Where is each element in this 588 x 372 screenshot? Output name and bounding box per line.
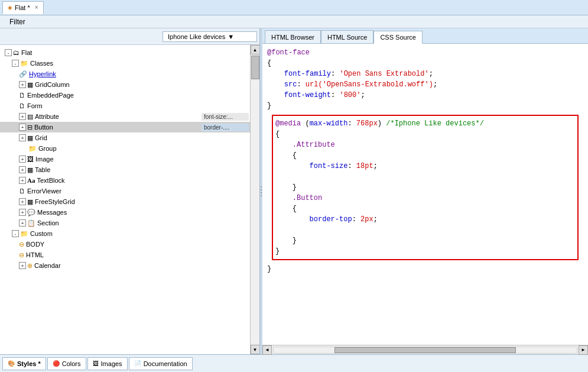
styles-tab-label: Styles * <box>17 360 41 367</box>
errorviewer-icon: 🗋 <box>19 187 25 195</box>
tab-html-source[interactable]: HTML Source <box>321 30 373 43</box>
code-above-box: @font-face { font-family: 'Open Sans Ext… <box>267 47 583 111</box>
tab-html-browser[interactable]: HTML Browser <box>265 30 321 43</box>
tab-label: Flat * <box>15 4 30 11</box>
scroll-up-btn[interactable]: ▲ <box>251 45 260 54</box>
tree-item-group[interactable]: 📁 Group <box>0 143 250 154</box>
gridcolumn-icon: ▦ <box>27 81 33 89</box>
vertical-scrollbar[interactable]: ▲ ▼ <box>250 45 259 354</box>
hscroll-track[interactable] <box>273 347 577 354</box>
tree-item-custom[interactable]: - 📁 Custom <box>0 228 250 239</box>
scroll-left-btn[interactable]: ◄ <box>262 345 272 355</box>
tab-css-source[interactable]: CSS Source <box>373 31 423 44</box>
tree-label-body: BODY <box>26 241 250 248</box>
device-dropdown[interactable]: Iphone Like devices ▼ <box>163 31 257 42</box>
colors-tab-label: Colors <box>62 360 81 367</box>
menu-filter[interactable]: Filter <box>5 17 30 27</box>
expand-button[interactable]: + <box>19 124 26 131</box>
flat-folder-icon: 🗂 <box>13 49 20 56</box>
tree-item-calendar[interactable]: + ⊕ Calendar <box>0 260 250 271</box>
left-header: Iphone Like devices ▼ <box>0 28 259 45</box>
tree-label-group: Group <box>38 145 250 152</box>
tab-close-button[interactable]: × <box>35 4 38 11</box>
expand-image[interactable]: + <box>19 156 26 163</box>
tree-label-gridcolumn: GridColumn <box>35 81 250 88</box>
tree-item-gridcolumn[interactable]: + ▦ GridColumn <box>0 79 250 90</box>
horizontal-scrollbar[interactable]: ◄ ► <box>262 345 588 354</box>
tree-label-section: Section <box>37 219 250 227</box>
tree-label-button: Button <box>34 124 202 131</box>
tree-label-html: HTML <box>26 251 250 258</box>
tree-item-flat[interactable]: - 🗂 Flat <box>0 47 250 58</box>
expand-flat[interactable]: - <box>5 49 12 56</box>
tree-item-body[interactable]: ⊖ BODY <box>0 239 250 250</box>
tab-icon: ◈ <box>8 4 12 11</box>
scroll-right-btn[interactable]: ► <box>579 345 588 355</box>
tree-item-hyperlink[interactable]: 🔗 Hyperlink <box>0 69 250 79</box>
scroll-thumb[interactable] <box>251 56 259 79</box>
css-source-tab-label: CSS Source <box>380 34 416 41</box>
tree-item-textblock[interactable]: + Aa TextBlock <box>0 175 250 186</box>
styles-tab-icon: 🎨 <box>8 360 15 367</box>
tree-item-attribute[interactable]: + ▤ Attribute font-size:... <box>0 111 250 122</box>
scroll-down-btn[interactable]: ▼ <box>251 345 260 354</box>
attribute-value: font-size:... <box>202 113 249 121</box>
tree-item-table[interactable]: + ▦ Table <box>0 164 250 175</box>
tree-item-section[interactable]: + 📋 Section <box>0 218 250 228</box>
bottom-tab-styles[interactable]: 🎨 Styles * <box>2 357 46 370</box>
bottom-tab-images[interactable]: 🖼 Images <box>87 357 128 370</box>
tabs-header: HTML Browser HTML Source CSS Source <box>262 28 588 44</box>
tree-label-grid: Grid <box>35 134 250 141</box>
tree-item-errorviewer[interactable]: 🗋 ErrorViewer <box>0 186 250 196</box>
device-dropdown-label: Iphone Like devices <box>168 33 225 40</box>
chevron-down-icon: ▼ <box>228 33 234 40</box>
table-icon: ▦ <box>27 166 33 174</box>
attribute-icon: ▤ <box>27 113 33 121</box>
expand-textblock[interactable]: + <box>19 177 26 184</box>
calendar-icon: ⊕ <box>27 262 33 270</box>
tree-label-embeddedpage: EmbeddedPage <box>27 92 250 99</box>
form-icon: 🗋 <box>19 102 25 109</box>
expand-section[interactable]: + <box>19 219 26 227</box>
tree-item-embeddedpage[interactable]: 🗋 EmbeddedPage <box>0 90 250 101</box>
tree-item-grid[interactable]: + ▦ Grid <box>0 132 250 143</box>
tree-item-messages[interactable]: + 💬 Messages <box>0 207 250 218</box>
freestylegrid-icon: ▦ <box>27 198 33 206</box>
classes-folder-icon: 📁 <box>20 60 28 67</box>
tree-item-freestylegrid[interactable]: + ▦ FreeStyleGrid <box>0 196 250 207</box>
tree-label-textblock: TextBlock <box>37 177 250 184</box>
documentation-tab-label: Documentation <box>144 360 187 367</box>
expand-table[interactable]: + <box>19 166 26 173</box>
main-tab[interactable]: ◈ Flat * × <box>2 1 44 14</box>
tree-label-calendar: Calendar <box>34 262 250 269</box>
button-value: border-.... <box>202 124 249 131</box>
image-icon: 🖼 <box>27 156 34 163</box>
hscroll-thumb[interactable] <box>334 347 516 353</box>
tree-item-button[interactable]: + ⊟ Button border-.... <box>0 122 250 132</box>
images-tab-icon: 🖼 <box>93 360 99 367</box>
tree-item-image[interactable]: + 🖼 Image <box>0 154 250 164</box>
bottom-tab-documentation[interactable]: 📄 Documentation <box>129 357 193 370</box>
expand-classes[interactable]: - <box>12 60 19 67</box>
code-editor[interactable]: @font-face { font-family: 'Open Sans Ext… <box>262 44 588 345</box>
left-panel: Iphone Like devices ▼ - 🗂 Flat - 📁 Cl <box>0 28 260 354</box>
bottom-tab-colors[interactable]: 🔴 Colors <box>47 357 86 370</box>
tree-label-attribute: Attribute <box>35 113 202 120</box>
tree-label-flat: Flat <box>21 49 250 56</box>
highlighted-code-block: @media (max-width: 768px) /*Iphone Like … <box>272 115 579 260</box>
html-source-tab-label: HTML Source <box>327 34 367 41</box>
bottom-tabs-bar: 🎨 Styles * 🔴 Colors 🖼 Images 📄 Documenta… <box>0 354 588 372</box>
tree-item-html[interactable]: ⊖ HTML <box>0 250 250 260</box>
expand-gridcolumn[interactable]: + <box>19 81 26 88</box>
tree-item-form[interactable]: 🗋 Form <box>0 101 250 111</box>
code-below-box: } <box>267 264 583 274</box>
expand-freestylegrid[interactable]: + <box>19 198 26 205</box>
button-icon: ⊟ <box>27 124 33 131</box>
tree-item-classes[interactable]: - 📁 Classes <box>0 58 250 69</box>
expand-grid[interactable]: + <box>19 134 26 141</box>
expand-calendar[interactable]: + <box>19 262 26 269</box>
textblock-icon: Aa <box>27 177 35 184</box>
expand-messages[interactable]: + <box>19 209 26 216</box>
expand-custom[interactable]: - <box>12 230 19 237</box>
expand-attribute[interactable]: + <box>19 113 26 120</box>
